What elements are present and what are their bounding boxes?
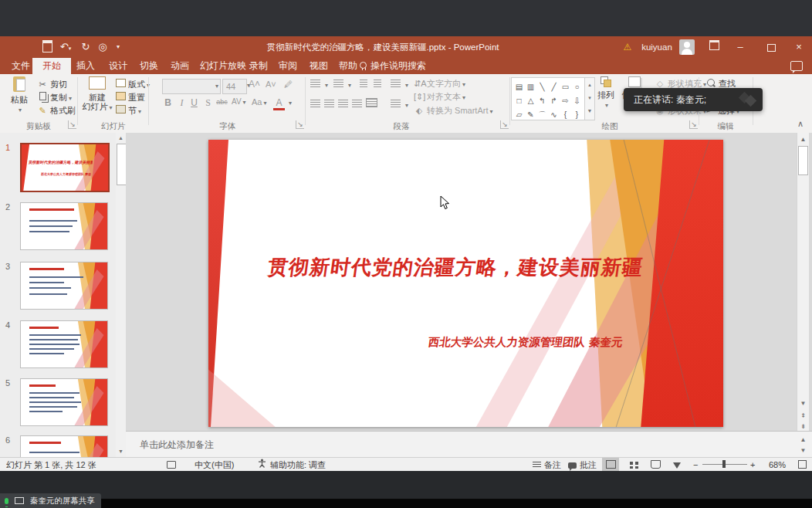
text-direction-button[interactable]: ⇵A文字方向▾	[414, 77, 465, 90]
bold-button[interactable]: B	[162, 97, 174, 108]
notes-pane[interactable]: 单击此处添加备注 ▲ ▼	[126, 431, 812, 458]
tell-me-search[interactable]: 操作说明搜索	[360, 58, 426, 74]
view-slideshow-button[interactable]	[668, 458, 685, 472]
qat-customize-icon[interactable]: ▾	[111, 40, 125, 53]
italic-button[interactable]: I	[176, 97, 188, 109]
scrollbar-thumb[interactable]	[798, 146, 808, 175]
bullets-button[interactable]: ▾	[310, 78, 328, 90]
slide-title-text[interactable]: 贯彻新时代党的治疆方略，建设美丽新疆	[222, 254, 689, 281]
font-color-button[interactable]: A	[273, 97, 285, 110]
shape-freeform-icon[interactable]: ✎	[525, 109, 536, 120]
spell-check-icon[interactable]	[167, 458, 176, 472]
scroll-down-icon[interactable]: ▼	[116, 446, 126, 456]
change-case-button[interactable]: Aa▾	[252, 97, 266, 107]
ribbon-display-options-icon[interactable]	[704, 36, 724, 58]
increase-indent-icon[interactable]	[374, 78, 384, 90]
character-spacing-button[interactable]: AV▾	[232, 97, 246, 106]
view-sorter-button[interactable]	[625, 458, 642, 472]
comments-toggle[interactable]: 批注	[568, 458, 597, 472]
drawing-dialog-launcher[interactable]: ↘	[689, 120, 698, 129]
avatar[interactable]	[679, 39, 695, 55]
font-dialog-launcher[interactable]: ↘	[296, 120, 304, 129]
clipboard-dialog-launcher[interactable]: ↘	[68, 120, 76, 129]
zoom-slider[interactable]	[702, 464, 747, 465]
copy-button[interactable]: 复制▾	[37, 91, 72, 103]
slide-thumbnail-1[interactable]: 贯彻新时代党的治疆方略，建设美丽新疆 西北大学公共人力资源管理团队 秦奎元	[20, 143, 110, 192]
redo-icon[interactable]: ↻	[79, 40, 93, 53]
close-button[interactable]: ×	[787, 36, 810, 58]
slide-number-indicator[interactable]: 幻灯片 第 1 张, 共 12 张	[6, 458, 96, 472]
shape-brace-left-icon[interactable]: {	[560, 109, 571, 120]
format-painter-button[interactable]: ✎格式刷	[37, 104, 76, 117]
numbering-button[interactable]: ▾	[333, 78, 351, 90]
scroll-down-icon[interactable]: ▼	[798, 398, 808, 409]
paste-button[interactable]: 粘贴▾	[3, 76, 36, 120]
notes-placeholder[interactable]: 单击此处添加备注	[140, 439, 214, 452]
decrease-indent-icon[interactable]	[360, 78, 370, 90]
font-name-combo[interactable]: ▾	[162, 79, 221, 94]
align-right-icon[interactable]	[338, 98, 351, 110]
notes-toggle[interactable]: 备注	[533, 458, 561, 472]
reset-button[interactable]: 重置	[116, 91, 145, 103]
slide-thumbnail-6[interactable]	[20, 435, 108, 457]
slide-thumbnail-5[interactable]	[20, 378, 108, 426]
slide-thumbnail-4[interactable]	[20, 320, 108, 368]
shape-vtextbox-icon[interactable]: ▥	[525, 81, 536, 93]
shape-brace-right-icon[interactable]: }	[571, 109, 583, 120]
undo-icon[interactable]: ↶▾	[59, 40, 73, 53]
shape-curve-icon[interactable]: ∿	[548, 109, 560, 120]
layout-button[interactable]: 版式▾	[116, 78, 150, 90]
paragraph-dialog-launcher[interactable]: ↘	[500, 120, 509, 129]
slide-editing-area[interactable]: 贯彻新时代党的治疆方略，建设美丽新疆 西北大学公共人力资源管理团队 秦奎元	[208, 140, 723, 427]
shape-elbow-icon[interactable]: ↰	[536, 95, 548, 107]
increase-font-icon[interactable]: A˄	[249, 78, 260, 90]
language-indicator[interactable]: 中文(中国)	[195, 458, 234, 472]
accessibility-status[interactable]: 辅助功能: 调查	[270, 458, 326, 472]
shape-arrow-line-icon[interactable]: ╱	[548, 81, 560, 93]
thumbnail-scrollbar[interactable]: ▲ ▼	[116, 133, 126, 457]
underline-button[interactable]: U	[188, 97, 200, 108]
align-left-icon[interactable]	[310, 98, 323, 110]
minimize-button[interactable]: –	[729, 36, 752, 58]
comments-icon[interactable]	[790, 61, 803, 71]
align-text-button[interactable]: [⇕]对齐文本▾	[414, 90, 465, 103]
collapse-ribbon-icon[interactable]: ∧	[797, 119, 804, 129]
view-normal-button[interactable]	[602, 458, 619, 472]
shape-rounded-rect-icon[interactable]: □	[513, 95, 525, 107]
line-spacing-button[interactable]: ▾	[391, 78, 408, 90]
slide-thumbnail-3[interactable]	[20, 262, 108, 310]
slide-thumbnail-2[interactable]	[20, 202, 108, 250]
shapes-gallery[interactable]: ▤▥╲╱▭○ □△↰↱⇨⇩ ▱✎⌒∿{}	[511, 77, 587, 120]
new-slide-button[interactable]: 新建幻灯片▾	[80, 76, 114, 120]
columns-button[interactable]: ▾	[391, 98, 408, 110]
zoom-slider-handle[interactable]	[722, 460, 726, 468]
shape-arrow-down-icon[interactable]: ⇩	[571, 95, 583, 107]
scroll-up-icon[interactable]: ▲	[116, 133, 126, 143]
strikethrough-button[interactable]: abc	[216, 98, 228, 106]
arrange-button[interactable]: 排列▾	[594, 76, 617, 120]
zoom-in-icon[interactable]: +	[750, 458, 755, 472]
slide-subtitle-text[interactable]: 西北大学公共人力资源管理团队 秦奎元	[428, 335, 624, 350]
shape-line-icon[interactable]: ╲	[536, 81, 548, 93]
shape-textbox-icon[interactable]: ▤	[513, 81, 525, 93]
shadow-button[interactable]: S	[202, 97, 214, 109]
notes-scroll-down-icon[interactable]: ▼	[798, 445, 808, 456]
shape-elbow2-icon[interactable]: ↱	[548, 95, 560, 107]
clear-formatting-icon[interactable]: 🖉	[284, 78, 293, 90]
warning-icon[interactable]: ⚠	[620, 36, 635, 58]
view-reading-button[interactable]	[647, 458, 664, 472]
touch-mode-icon[interactable]: ◎	[96, 40, 110, 53]
save-icon[interactable]	[40, 40, 54, 53]
fit-to-window-icon[interactable]	[798, 458, 807, 472]
align-center-icon[interactable]	[324, 98, 337, 110]
decrease-font-icon[interactable]: A˅	[266, 78, 276, 90]
shape-arrow-right-icon[interactable]: ⇨	[560, 95, 571, 107]
shape-rectangle-icon[interactable]: ▭	[560, 81, 571, 93]
distribute-icon[interactable]	[366, 98, 381, 110]
justify-icon[interactable]	[352, 98, 365, 110]
account-name[interactable]: kuiyuan	[638, 36, 676, 58]
notes-scroll-up-icon[interactable]: ▲	[798, 435, 808, 445]
vertical-scrollbar[interactable]: ▲ ▼ ⇞ ⇟	[797, 133, 809, 431]
zoom-out-icon[interactable]: −	[693, 458, 698, 472]
zoom-percentage[interactable]: 68%	[769, 458, 786, 472]
